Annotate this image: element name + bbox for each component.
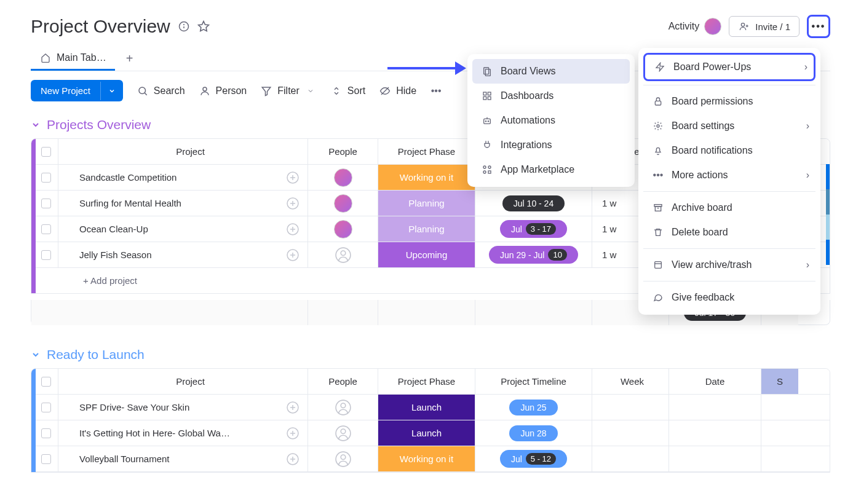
add-subitem-icon[interactable] <box>285 426 300 441</box>
project-name-cell[interactable]: Sandcastle Competition <box>58 165 308 190</box>
person-icon <box>199 85 211 97</box>
dots-icon: ••• <box>430 85 442 97</box>
phase-cell[interactable]: Planning <box>378 216 475 242</box>
phase-cell[interactable]: Launch <box>378 420 475 446</box>
add-subitem-icon[interactable] <box>285 248 300 262</box>
svg-point-2 <box>183 25 184 25</box>
people-cell[interactable] <box>308 165 378 190</box>
col-people[interactable]: People <box>308 369 378 394</box>
date-cell[interactable] <box>669 395 761 420</box>
menu-item-give-feedback[interactable]: Give feedback <box>643 285 815 310</box>
week-cell[interactable] <box>592 395 669 420</box>
add-subitem-icon[interactable] <box>285 400 300 415</box>
people-cell[interactable] <box>308 242 378 267</box>
menu-item-dashboards[interactable]: Dashboards <box>472 84 630 108</box>
person-filter-button[interactable]: Person <box>199 85 247 97</box>
status-cell[interactable] <box>761 446 798 471</box>
col-s[interactable]: S <box>761 369 798 394</box>
select-all-checkbox[interactable] <box>41 147 51 157</box>
hide-button[interactable]: Hide <box>379 85 416 97</box>
info-icon[interactable] <box>178 20 190 33</box>
menu-item-automations[interactable]: Automations <box>472 108 630 133</box>
week-cell[interactable] <box>592 446 669 471</box>
project-name-cell[interactable]: It's Getting Hot in Here- Global Wa… <box>58 420 308 446</box>
select-all-checkbox[interactable] <box>41 377 51 387</box>
menu-item-board-powerups[interactable]: Board Power-Ups› <box>643 53 815 81</box>
more-menu-button[interactable]: ••• <box>807 15 830 38</box>
row-checkbox[interactable] <box>41 454 51 464</box>
col-phase[interactable]: Project Phase <box>378 139 475 164</box>
add-tab-button[interactable]: + <box>121 50 138 68</box>
invite-button[interactable]: Invite / 1 <box>729 16 800 37</box>
phase-cell[interactable]: Working on it <box>378 165 475 190</box>
project-name-cell[interactable]: Ocean Clean-Up <box>58 216 308 242</box>
timeline-cell[interactable]: Jul 3 - 17 <box>475 216 592 242</box>
table-row[interactable]: SPF Drive- Save Your Skin Launch Jun 25 <box>31 395 830 420</box>
phase-cell[interactable]: Planning <box>378 191 475 216</box>
table-row[interactable]: It's Getting Hot in Here- Global Wa… Lau… <box>31 420 830 446</box>
menu-item-archive-board[interactable]: Archive board <box>643 195 815 220</box>
menu-item-more-actions[interactable]: •••More actions› <box>643 163 815 187</box>
avatar <box>334 194 352 213</box>
phase-cell[interactable]: Launch <box>378 395 475 420</box>
timeline-cell[interactable]: Jul 10 - 24 <box>475 191 592 216</box>
menu-item-view-archive[interactable]: View archive/trash› <box>643 253 815 277</box>
sort-button[interactable]: Sort <box>330 85 365 97</box>
row-checkbox[interactable] <box>41 224 51 234</box>
menu-item-delete-board[interactable]: Delete board <box>643 220 815 245</box>
add-subitem-icon[interactable] <box>285 222 300 237</box>
activity-button[interactable]: Activity <box>669 18 722 35</box>
add-subitem-icon[interactable] <box>285 452 300 467</box>
menu-item-board-settings[interactable]: Board settings› <box>643 114 815 138</box>
add-subitem-icon[interactable] <box>285 196 300 211</box>
people-cell[interactable] <box>308 446 378 471</box>
menu-item-board-notifications[interactable]: Board notifications <box>643 138 815 163</box>
chevron-down-icon[interactable] <box>100 82 123 100</box>
col-project[interactable]: Project <box>58 139 308 164</box>
col-timeline[interactable]: Project Timeline <box>475 369 592 394</box>
status-cell[interactable] <box>761 395 798 420</box>
timeline-cell[interactable]: Jun 29 - Jul 10 <box>475 242 592 267</box>
project-name-cell[interactable]: SPF Drive- Save Your Skin <box>58 395 308 420</box>
date-cell[interactable] <box>669 446 761 471</box>
week-cell[interactable] <box>592 420 669 446</box>
col-phase[interactable]: Project Phase <box>378 369 475 394</box>
filter-button[interactable]: Filter <box>260 85 317 97</box>
col-people[interactable]: People <box>308 139 378 164</box>
search-button[interactable]: Search <box>137 85 185 97</box>
col-week[interactable]: Week <box>592 369 669 394</box>
table-row[interactable]: Volleyball Tournament Working on it Jul … <box>31 446 830 472</box>
project-name-cell[interactable]: Surfing for Mental Health <box>58 191 308 216</box>
row-checkbox[interactable] <box>41 173 51 183</box>
timeline-cell[interactable]: Jun 28 <box>475 420 592 446</box>
phase-cell[interactable]: Working on it <box>378 446 475 471</box>
people-cell[interactable] <box>308 191 378 216</box>
toolbar-more-button[interactable]: ••• <box>430 85 442 97</box>
phase-cell[interactable]: Upcoming <box>378 242 475 267</box>
row-checkbox[interactable] <box>41 199 51 208</box>
group-header-ready-to-launch[interactable]: Ready to Launch <box>31 347 830 362</box>
people-cell[interactable] <box>308 420 378 446</box>
tab-main-table[interactable]: Main Tab… <box>31 47 115 71</box>
col-date[interactable]: Date <box>669 369 761 394</box>
timeline-cell[interactable]: Jul 5 - 12 <box>475 446 592 471</box>
search-icon <box>137 85 149 97</box>
row-checkbox[interactable] <box>41 428 51 438</box>
timeline-cell[interactable]: Jun 25 <box>475 395 592 420</box>
people-cell[interactable] <box>308 216 378 242</box>
date-cell[interactable] <box>669 420 761 446</box>
menu-item-integrations[interactable]: Integrations <box>472 133 630 157</box>
menu-item-app-marketplace[interactable]: App Marketplace <box>472 157 630 182</box>
row-checkbox[interactable] <box>41 403 51 412</box>
people-cell[interactable] <box>308 395 378 420</box>
new-project-button[interactable]: New Project <box>31 80 123 101</box>
status-cell[interactable] <box>761 420 798 446</box>
star-icon[interactable] <box>197 20 210 33</box>
row-checkbox[interactable] <box>41 250 51 260</box>
col-project[interactable]: Project <box>58 369 308 394</box>
project-name-cell[interactable]: Jelly Fish Season <box>58 242 308 267</box>
menu-item-board-permissions[interactable]: Board permissions <box>643 89 815 114</box>
project-name-cell[interactable]: Volleyball Tournament <box>58 446 308 471</box>
add-subitem-icon[interactable] <box>285 170 300 185</box>
menu-item-board-views[interactable]: Board Views <box>472 59 630 84</box>
